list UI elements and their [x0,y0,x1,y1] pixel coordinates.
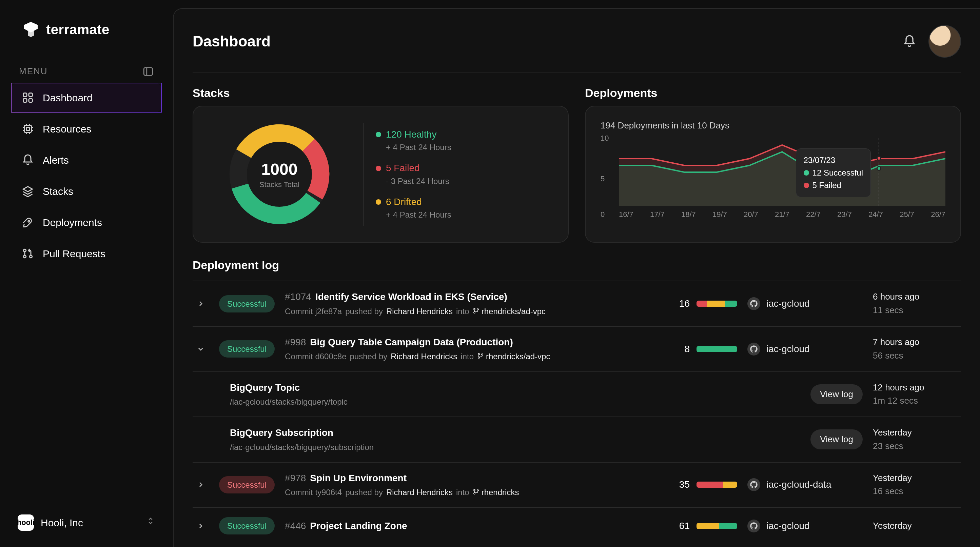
repo-link[interactable]: iac-gcloud [748,297,863,310]
x-tick: 25/7 [900,210,914,220]
bell-icon [21,153,35,167]
log-sub-title: BigQuery Topic [230,382,800,394]
expand-row-icon[interactable] [192,480,209,489]
deployments-chart: 10 5 0 23/07/23 12 Successful 5 Failed 1… [601,138,945,220]
stacks-card: 1000 Stacks Total 120 Healthy+ 4 Past 24… [192,106,569,243]
sidebar-item-label: Pull Requests [43,247,105,260]
log-count: 61 [679,520,690,532]
sidebar-item-label: Deployments [43,216,102,229]
sidebar-item-label: Resources [43,122,91,136]
log-sub-path: /iac-gcloud/stacks/bigquery/subscription [230,442,800,452]
sidebar-item-pull-requests[interactable]: Pull Requests [11,239,162,268]
page-title: Dashboard [192,32,270,51]
avatar[interactable] [929,25,961,58]
svg-point-23 [477,490,479,491]
org-switcher[interactable]: hooli Hooli, Inc [11,512,162,533]
deployments-card: 194 Deployments in last 10 Days 10 5 0 2… [585,106,961,243]
x-tick: 19/7 [713,210,727,220]
x-tick: 22/7 [806,210,821,220]
sidebar-item-label: Stacks [43,185,73,198]
notifications-icon[interactable] [903,35,916,48]
svg-point-22 [474,493,475,494]
sidebar-item-resources[interactable]: Resources [11,114,162,144]
legend-label: 6 Drifted [386,196,422,208]
expand-row-icon[interactable] [192,300,209,308]
commit-branch: rhendricks/ad-vpc [473,306,546,317]
svg-point-20 [482,354,483,355]
log-row: Successful #446Project Landing Zone 61 i… [192,507,961,544]
log-id: #1074 [285,292,311,302]
commit-branch: rhendricks [473,487,519,498]
svg-rect-2 [29,93,33,97]
log-title: Identify Service Workload in EKS (Servic… [315,292,507,302]
rocket-icon [21,216,35,229]
sidebar-item-deployments[interactable]: Deployments [11,208,162,237]
svg-point-7 [28,220,30,222]
sidebar-item-alerts[interactable]: Alerts [11,145,162,175]
repo-name: iac-gcloud-data [766,479,831,491]
log-time-ago: 6 hours ago [873,291,961,303]
org-logo-icon: hooli [18,514,34,531]
repo-link[interactable]: iac-gcloud [748,520,863,533]
status-badge: Successful [219,517,275,534]
log-time-ago: Yesterday [873,472,961,484]
commit-hash: Commit j2fe87a [285,306,342,317]
menu-label: MENU [19,66,48,77]
legend-dot-icon [376,132,381,137]
status-badge: Successful [219,340,275,358]
sidebar-item-label: Alerts [43,154,69,167]
log-id: #998 [285,337,306,347]
sidebar-item-label: Dashboard [43,91,92,105]
brand-mark-icon [22,20,40,39]
chart-marker-point-green [877,166,881,171]
log-title: Project Landing Zone [310,520,407,531]
svg-point-10 [30,255,32,258]
log-duration: 56 secs [873,350,961,361]
chart-tooltip: 23/07/23 12 Successful 5 Failed [796,149,871,197]
repo-link[interactable]: iac-gcloud [748,342,863,355]
log-subrow: BigQuery Topic /iac-gcloud/stacks/bigque… [192,371,961,417]
sidebar-item-dashboard[interactable]: Dashboard [11,83,162,113]
collapse-sidebar-icon[interactable] [142,66,154,77]
brand-name: terramate [46,21,110,38]
sidebar-item-stacks[interactable]: Stacks [11,176,162,206]
chevron-up-down-icon [146,516,155,529]
log-duration: 1m 12 secs [873,395,961,407]
deployments-subtitle: 194 Deployments in last 10 Days [601,120,945,132]
deployments-heading: Deployments [585,86,961,100]
commit-author: Richard Hendricks [386,487,453,498]
log-duration: 23 secs [873,441,961,452]
commit-author: Richard Hendricks [386,306,453,317]
legend-row: 120 Healthy+ 4 Past 24 Hours [376,128,451,153]
legend-sub: - 3 Past 24 Hours [376,176,451,186]
x-tick: 23/7 [837,210,852,220]
stacks-total-label: Stacks Total [259,180,299,190]
branch-icon [473,487,479,498]
log-title: Big Query Table Campaign Data (Productio… [310,337,513,347]
y-tick: 5 [601,174,605,184]
svg-point-19 [478,357,479,358]
x-tick: 18/7 [681,210,696,220]
sidebar: terramate MENU DashboardResourcesAlertsS… [0,0,173,547]
view-log-button[interactable]: View log [810,430,863,449]
svg-point-8 [24,249,26,252]
expand-row-icon[interactable] [192,345,209,353]
github-icon [748,342,760,355]
legend-row: 5 Failed- 3 Past 24 Hours [376,162,451,186]
log-duration: 11 secs [873,305,961,316]
log-duration: 16 secs [873,486,961,497]
x-tick: 24/7 [869,210,883,220]
expand-row-icon[interactable] [192,522,209,530]
chart-marker-line [878,138,879,206]
commit-hash: Commit d600c8e [285,351,346,361]
log-row: Successful #978Spin Up Environment Commi… [192,462,961,507]
topbar: Dashboard [192,25,961,58]
repo-link[interactable]: iac-gcloud-data [748,478,863,491]
view-log-button[interactable]: View log [810,384,863,404]
stacks-donut-chart: 1000 Stacks Total [225,120,334,228]
status-badge: Successful [219,476,275,493]
brand[interactable]: terramate [11,20,162,39]
status-badge: Successful [219,295,275,312]
repo-name: iac-gcloud [766,520,810,532]
svg-rect-5 [24,125,32,133]
